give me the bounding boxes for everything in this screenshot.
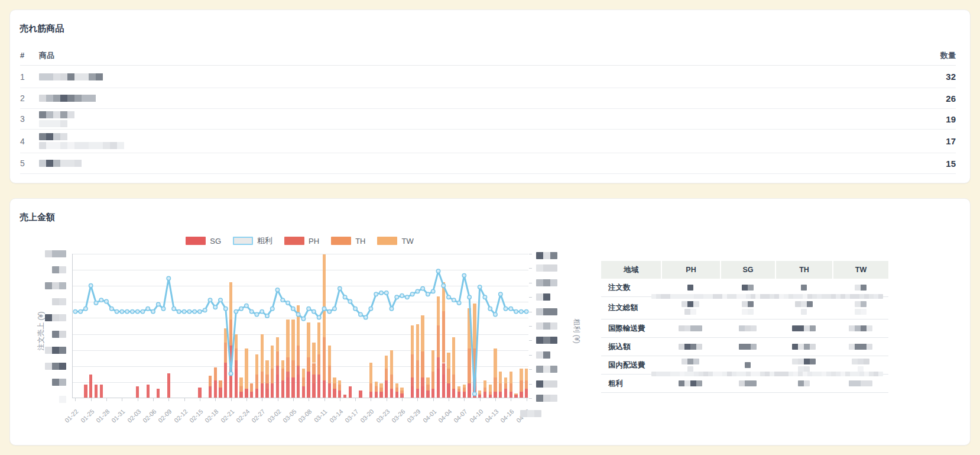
- region-table-row: 注文数: [601, 279, 888, 297]
- line-marker: [499, 292, 502, 296]
- region-value-redacted: [720, 380, 775, 386]
- redacted-value: [742, 301, 754, 307]
- line-marker: [410, 292, 414, 296]
- redacted-value: [679, 344, 702, 350]
- line-marker: [136, 309, 139, 313]
- y-left-tick-redacted: [45, 363, 66, 370]
- quantity-cell: 17: [908, 136, 956, 146]
- product-name-redacted: [39, 111, 908, 127]
- redacted-value: [679, 325, 702, 331]
- line-marker: [364, 315, 368, 319]
- redacted-value: [739, 380, 757, 386]
- line-marker: [161, 307, 165, 311]
- line-marker: [494, 312, 497, 316]
- legend-bar-swatch: [284, 237, 304, 245]
- y-axis-right-label: 粗利 (¥): [572, 296, 582, 367]
- line-marker: [167, 276, 170, 280]
- redacted-value: [39, 120, 908, 127]
- line-marker: [327, 309, 331, 313]
- y-axis-left-label: 注文売上 (¥): [36, 296, 46, 367]
- legend-item-PH[interactable]: PH: [284, 237, 319, 246]
- region-value-redacted: [832, 325, 888, 331]
- legend-item-粗利[interactable]: 粗利: [233, 235, 272, 246]
- chart-plot-area[interactable]: [72, 254, 528, 398]
- line-marker: [281, 298, 284, 302]
- region-value-redacted: [720, 301, 775, 315]
- line-marker: [239, 307, 243, 311]
- y-right-tick-redacted: [536, 380, 557, 388]
- line-marker: [151, 309, 155, 313]
- legend-item-TH[interactable]: TH: [331, 237, 365, 246]
- line-marker: [431, 289, 435, 293]
- line-marker: [296, 312, 300, 316]
- line-marker: [400, 294, 404, 298]
- line-marker: [488, 307, 492, 311]
- redacted-value: [849, 325, 872, 331]
- region-value-redacted: [661, 359, 720, 372]
- line-marker: [436, 269, 440, 273]
- legend-item-TW[interactable]: TW: [377, 237, 413, 246]
- gross-profit-line-layer: [73, 254, 529, 398]
- y-left-tick-redacted: [45, 314, 66, 321]
- y-left-tick-redacted: [45, 282, 66, 289]
- line-marker: [426, 292, 430, 296]
- redacted-value: [39, 160, 908, 167]
- line-marker: [182, 309, 186, 313]
- redacted-value: [682, 359, 699, 364]
- line-marker: [504, 307, 507, 311]
- table-row: 319: [20, 109, 956, 130]
- line-marker: [120, 309, 124, 313]
- table-row: 226: [20, 88, 956, 109]
- line-marker: [172, 307, 176, 311]
- line-marker: [301, 317, 305, 321]
- line-marker: [219, 298, 222, 302]
- region-table-row: 振込額: [601, 338, 888, 356]
- line-marker: [462, 273, 466, 277]
- redacted-value: [792, 325, 816, 331]
- region-value-redacted: [775, 285, 832, 291]
- region-row-label: 国際輸送費: [601, 324, 661, 334]
- region-table-row: 粗利: [601, 375, 888, 393]
- line-marker: [359, 312, 362, 316]
- line-marker: [395, 295, 398, 299]
- region-value-redacted: [775, 325, 832, 331]
- line-marker: [478, 285, 482, 289]
- region-row-label: 粗利: [601, 379, 661, 389]
- region-value-redacted: [720, 344, 775, 350]
- redacted-value: [798, 366, 810, 372]
- redacted-value: [39, 95, 908, 102]
- y-right-tick-redacted: [536, 351, 550, 359]
- legend-bar-swatch: [331, 237, 351, 245]
- line-marker: [520, 309, 523, 313]
- line-marker: [157, 302, 160, 306]
- rank-cell: 1: [20, 72, 39, 82]
- region-value-redacted: [720, 362, 775, 368]
- line-marker: [177, 309, 181, 313]
- best-sellers-table: # 商品 数量 132226319417515: [20, 46, 956, 174]
- line-marker: [141, 309, 144, 313]
- line-marker: [509, 307, 512, 311]
- redacted-value: [739, 344, 757, 350]
- line-marker: [89, 284, 93, 288]
- region-table-header: 地域PHSGTHTW: [601, 261, 888, 279]
- rank-cell: 4: [20, 137, 39, 146]
- line-marker: [125, 309, 129, 313]
- column-header-rank: #: [20, 51, 39, 60]
- y-left-tick-redacted: [52, 331, 66, 338]
- redacted-value: [687, 366, 693, 372]
- product-name-redacted: [39, 73, 908, 80]
- region-value-redacted: [720, 325, 775, 331]
- redacted-value: [855, 285, 867, 291]
- legend-item-SG[interactable]: SG: [186, 237, 221, 246]
- redacted-value: [849, 380, 872, 386]
- line-marker: [442, 284, 445, 288]
- region-column-header-region: 地域: [601, 261, 661, 279]
- line-marker: [234, 309, 238, 313]
- line-marker: [146, 307, 150, 311]
- table-row: 515: [20, 153, 956, 174]
- y-right-tick-redacted: [536, 322, 557, 330]
- y-left-tick-redacted: [52, 266, 66, 273]
- region-column-header-TH: TH: [775, 261, 832, 279]
- legend-label: SG: [210, 237, 221, 246]
- line-marker: [333, 307, 336, 311]
